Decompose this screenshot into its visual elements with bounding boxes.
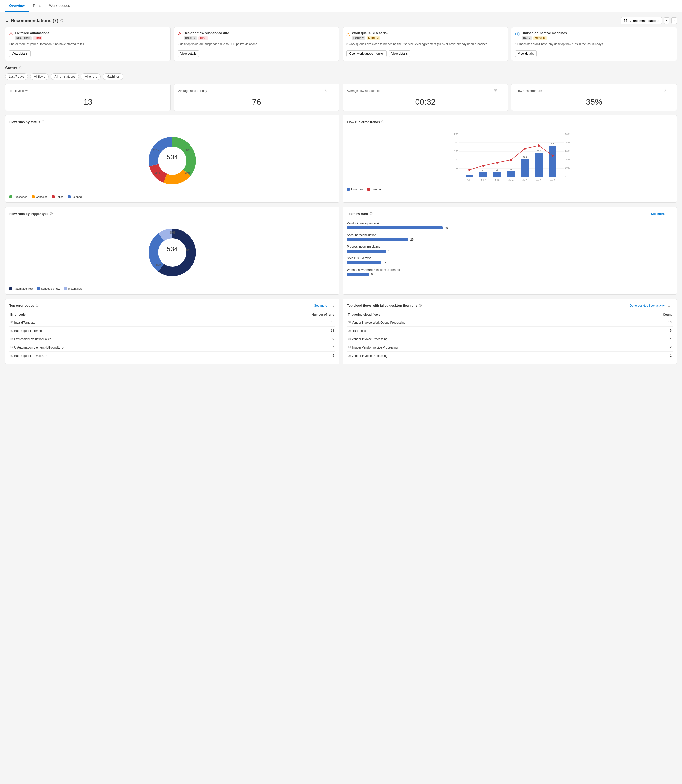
trigger-menu[interactable]: … xyxy=(329,211,335,217)
pct-label-skipped: 29% xyxy=(153,148,159,151)
go-to-desktop-activity[interactable]: Go to desktop flow activity xyxy=(629,304,664,308)
rec-card-1: ⚠ Desktop flow suspended due... HOURLY H… xyxy=(174,27,339,61)
pct-automated: 60% xyxy=(185,249,190,252)
cloud-flow-icon-0: ✉ xyxy=(348,320,351,324)
filter-allflows[interactable]: All flows xyxy=(30,73,49,80)
recommendations-header: ⌄ Recommendations (7) ⓘ ☷ All recommenda… xyxy=(5,17,677,24)
stat-menu-1[interactable]: … xyxy=(330,88,335,93)
rec-menu-2[interactable]: … xyxy=(499,31,504,37)
legend-dot-automated xyxy=(10,287,12,290)
top-flow-bar-1 xyxy=(347,238,408,241)
rec-menu-1[interactable]: … xyxy=(330,31,336,37)
filter-allerrors[interactable]: All errors xyxy=(81,73,100,80)
tab-overview[interactable]: Overview xyxy=(5,0,29,12)
bar-chart-svg: 250 200 150 100 50 0 30% 25% 20% 15% 10%… xyxy=(347,131,672,186)
legend-dot-failed xyxy=(52,196,55,198)
table-row: ✉ BadRequest - Timeout 13 xyxy=(10,326,335,335)
top-flow-bar-3 xyxy=(347,261,381,264)
top-navigation: Overview Runs Work queues xyxy=(0,0,682,12)
stats-grid: Top-level flows ⓘ … 13 Average runs per … xyxy=(5,84,677,111)
legend-dot-skipped xyxy=(68,196,71,198)
legend-flow-runs: Flow runs xyxy=(347,188,363,191)
svg-text:0: 0 xyxy=(457,175,458,178)
filter-machines[interactable]: Machines xyxy=(103,73,123,80)
cloud-flow-icon-3: ✉ xyxy=(348,345,351,349)
error-codes-menu[interactable]: … xyxy=(329,303,335,308)
rec-btn-0-0[interactable]: View details xyxy=(9,51,30,57)
tab-work-queues[interactable]: Work queues xyxy=(45,0,74,12)
donut-total-label: 534 xyxy=(167,153,178,161)
legend-label-scheduled: Scheduled flow xyxy=(41,287,60,290)
legend-instant: Instant flow xyxy=(64,287,82,290)
tab-runs[interactable]: Runs xyxy=(29,0,45,12)
cloud-flow-icon-1: ✉ xyxy=(348,328,351,333)
table-row: ✉ Vendor Invoice Processing 4 xyxy=(347,335,672,343)
stat-menu-0[interactable]: … xyxy=(161,88,166,93)
legend-dot-canceled xyxy=(32,196,35,198)
pct-label-canceled: 20% xyxy=(185,171,190,174)
trigger-info: ⓘ xyxy=(50,212,53,216)
filter-allrunstatuses[interactable]: All run statuses xyxy=(51,73,79,80)
rec-title-0: Fix failed automations xyxy=(15,31,49,35)
svg-text:184: 184 xyxy=(551,142,555,145)
cloud-flows-table: Triggering cloud flows Count ✉ Vendor In… xyxy=(347,311,672,360)
svg-text:150: 150 xyxy=(454,150,458,152)
stat-info-2: ⓘ xyxy=(494,88,497,93)
stat-label-0: Top-level flows xyxy=(10,89,29,92)
flow-runs-status-menu[interactable]: … xyxy=(329,119,335,125)
stat-menu-2[interactable]: … xyxy=(499,88,504,93)
legend-dot-runs xyxy=(347,188,350,191)
grid-icon: ☷ xyxy=(624,19,627,23)
rec-desc-0: One or more of your automation runs have… xyxy=(9,42,167,46)
error-dot-jul4 xyxy=(510,159,512,161)
rec-controls: ☷ All recommendations ‹ › xyxy=(621,17,677,24)
recommendations-cards: ⚠ Fix failed automations REAL TIME High … xyxy=(5,27,677,61)
bar-chart-legend: Flow runs Error rate xyxy=(347,188,672,191)
rec-btn-2-1[interactable]: View details xyxy=(389,51,410,57)
rec-severity-0: High xyxy=(33,36,42,40)
all-recommendations-button[interactable]: ☷ All recommendations xyxy=(621,17,662,24)
rec-menu-3[interactable]: … xyxy=(667,31,673,37)
rec-btn-2-0[interactable]: Open work queue monitor xyxy=(346,51,387,57)
cloud-flows-title: Top cloud flows with failed desktop flow… xyxy=(347,304,422,308)
top-flow-item-3: SAP 113 PM sync 14 xyxy=(347,257,672,265)
stat-value-3: 35% xyxy=(516,97,672,107)
error-trends-info: ⓘ xyxy=(381,120,384,124)
rec-card-3: ⓘ Unused or inactive machines DAILY Medi… xyxy=(511,27,677,61)
table-row: ✉ HR process 5 xyxy=(347,326,672,335)
rec-card-2: △ Work queue SLA at risk HOURLY Medium …… xyxy=(343,27,508,61)
cloud-flow-icon-4: ✉ xyxy=(348,354,351,358)
legend-failed: Failed xyxy=(52,196,64,198)
bar-jul1 xyxy=(465,175,473,177)
top-flow-runs-see-more[interactable]: See more xyxy=(651,212,664,216)
status-title: Status xyxy=(5,66,18,70)
error-codes-see-more[interactable]: See more xyxy=(314,304,327,308)
rec-menu-0[interactable]: … xyxy=(161,31,167,37)
rec-btn-1-0[interactable]: View details xyxy=(178,51,199,57)
table-row: ✉ BadRequest - InvalidURI 5 xyxy=(10,351,335,360)
top-flow-item-0: Vendor invoice processing 39 xyxy=(347,221,672,230)
cloud-flows-menu[interactable]: … xyxy=(667,303,672,308)
svg-text:Jul 2: Jul 2 xyxy=(481,179,486,181)
bar-chart-container: 250 200 150 100 50 0 30% 25% 20% 15% 10%… xyxy=(347,128,672,193)
info-icon: ⓘ xyxy=(60,19,63,23)
error-trends-menu[interactable]: … xyxy=(667,119,672,125)
rec-btn-3-0[interactable]: View details xyxy=(515,51,537,57)
col-triggering-flows: Triggering cloud flows xyxy=(347,311,623,318)
legend-label-automated: Automated flow xyxy=(14,287,33,290)
prev-recommendation-button[interactable]: ‹ xyxy=(664,18,669,24)
stat-menu-3[interactable]: … xyxy=(667,88,672,93)
rec-title-2: Work queue SLA at risk xyxy=(352,31,389,35)
filter-last7days[interactable]: Last 7 days xyxy=(5,73,28,80)
top-flow-item-4: When a new SharePoint item is created 9 xyxy=(347,268,672,276)
next-recommendation-button[interactable]: › xyxy=(671,18,677,24)
top-flow-runs-menu[interactable]: … xyxy=(667,211,672,217)
legend-label-failed: Failed xyxy=(56,196,64,198)
legend-dot-scheduled xyxy=(37,287,40,290)
stat-label-2: Average flow run duration xyxy=(347,89,381,92)
svg-text:13: 13 xyxy=(468,172,471,174)
legend-skipped: Skipped xyxy=(68,196,82,198)
status-info-icon: ⓘ xyxy=(19,66,22,70)
svg-text:30%: 30% xyxy=(565,133,570,135)
stat-label-3: Flow runs error rate xyxy=(516,89,542,92)
